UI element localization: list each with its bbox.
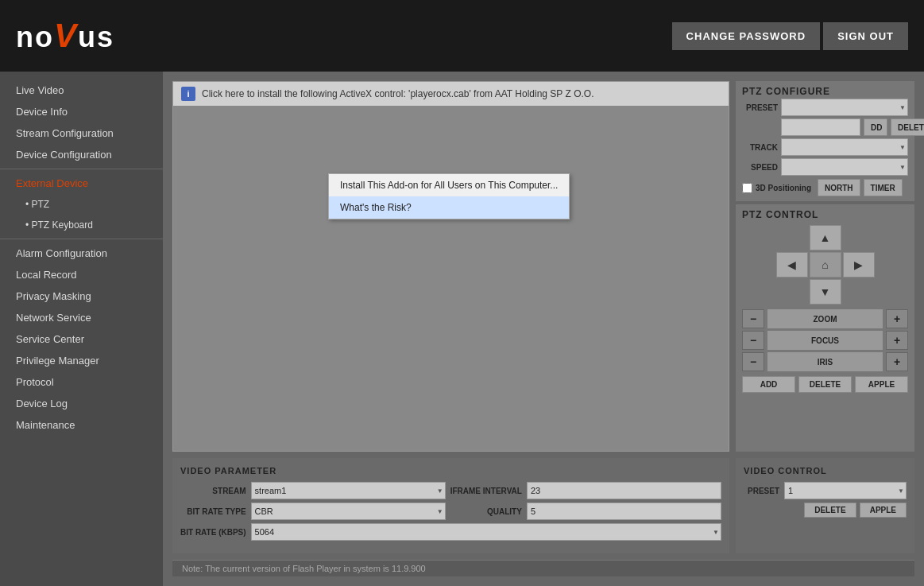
ptz-speed-label: SPEED [742, 163, 778, 172]
stream-select-wrap: stream1 [251, 482, 446, 499]
ctx-item-risk[interactable]: What's the Risk? [329, 196, 569, 219]
ptz-ctrl-delete-button[interactable]: DELETE [798, 376, 852, 393]
ptz-ctrl-rows: − ZOOM + − FOCUS + − IRIS + [742, 309, 908, 371]
quality-label: QUALITY [450, 507, 522, 516]
quality-input[interactable] [527, 503, 721, 520]
sidebar-item-live-video[interactable]: Live Video [0, 80, 163, 101]
ptz-speed-select[interactable] [781, 158, 908, 176]
ptz-configure-title: PTZ CONFIGURE [742, 86, 908, 97]
ctrl-preset-select[interactable]: 1 [784, 482, 907, 499]
ptz-positioning-row: 3D Positioning NORTH TIMER [742, 179, 908, 196]
ptz-iris-minus[interactable]: − [742, 352, 764, 371]
change-password-button[interactable]: CHANGE PASSWORD [672, 22, 821, 50]
sidebar-item-local-record[interactable]: Local Record [0, 264, 163, 285]
top-row: i Click here to install the following Ac… [172, 81, 914, 452]
bitrate-select[interactable]: 5064 [251, 523, 721, 541]
ptz-speed-row: SPEED [742, 158, 908, 176]
ptz-zoom-minus[interactable]: − [742, 309, 764, 328]
ptz-configure-panel: PTZ CONFIGURE PRESET DD DELETE APPLE [736, 81, 914, 452]
video-panel: i Click here to install the following Ac… [172, 81, 729, 452]
ptz-arrow-right[interactable]: ▶ [843, 252, 875, 277]
ctx-item-install[interactable]: Install This Add-on for All Users on Thi… [329, 174, 569, 196]
ptz-focus-plus[interactable]: + [886, 331, 908, 350]
ptz-arrow-up[interactable]: ▲ [810, 225, 841, 250]
ptz-control-section: PTZ CONTROL ▲ ◀ ⌂ ▶ ▼ [736, 204, 914, 452]
ptz-arrow-empty-tl [776, 225, 808, 250]
ptz-delete-button[interactable]: DELETE [891, 118, 924, 136]
ctrl-preset-select-wrap: 1 [784, 482, 907, 499]
content: i Click here to install the following Ac… [163, 72, 924, 586]
sidebar-item-device-config[interactable]: Device Configuration [0, 144, 163, 165]
sidebar-item-device-info[interactable]: Device Info [0, 101, 163, 122]
ptz-arrows: ▲ ◀ ⌂ ▶ ▼ [742, 225, 908, 305]
sidebar: Live Video Device Info Stream Configurat… [0, 72, 163, 586]
ptz-track-select[interactable] [781, 138, 908, 156]
ptz-arrow-down[interactable]: ▼ [810, 279, 841, 305]
sidebar-divider-2 [0, 239, 163, 239]
ptz-track-select-wrap [781, 138, 908, 156]
video-control-panel: VIDEO CONTROL PRESET 1 DELETE APPLE [736, 458, 914, 553]
ptz-iris-label: IRIS [767, 352, 883, 371]
ptz-ctrl-apple-button[interactable]: APPLE [855, 376, 908, 393]
sidebar-item-stream-config[interactable]: Stream Configuration [0, 122, 163, 144]
iframe-input[interactable] [527, 482, 721, 499]
status-message: Note: The current version of Flash Playe… [182, 564, 426, 573]
ptz-ctrl-bottom-row: ADD DELETE APPLE [742, 376, 908, 393]
positioning-label: 3D Positioning [756, 184, 811, 192]
ctrl-delete-button[interactable]: DELETE [804, 503, 856, 518]
status-bar: Note: The current version of Flash Playe… [172, 560, 914, 576]
north-button[interactable]: NORTH [818, 179, 860, 196]
ptz-zoom-label: ZOOM [767, 309, 883, 328]
logo-no: no [16, 21, 54, 53]
ptz-zoom-plus[interactable]: + [886, 309, 908, 328]
sidebar-item-device-log[interactable]: Device Log [0, 393, 163, 414]
sidebar-item-privilege-manager[interactable]: Privilege Manager [0, 350, 163, 371]
ptz-iris-row: − IRIS + [742, 352, 908, 371]
ptz-dd-button[interactable]: DD [864, 118, 887, 136]
header-buttons: CHANGE PASSWORD SIGN OUT [672, 22, 908, 50]
ptz-focus-row: − FOCUS + [742, 331, 908, 350]
ptz-arrow-home[interactable]: ⌂ [810, 252, 841, 277]
ptz-focus-minus[interactable]: − [742, 331, 764, 350]
ptz-arrow-left[interactable]: ◀ [776, 252, 808, 277]
activex-bar[interactable]: i Click here to install the following Ac… [173, 82, 729, 106]
ptz-preset-input[interactable] [781, 118, 860, 136]
ptz-speed-select-wrap [781, 158, 908, 176]
ptz-preset-select-wrap [781, 99, 908, 116]
timer-button[interactable]: TIMER [864, 179, 903, 196]
bottom-row: VIDEO PARAMETER STREAM stream1 IFRAME IN… [172, 458, 914, 553]
sidebar-item-alarm-config[interactable]: Alarm Configuration [0, 243, 163, 264]
ptz-configure-section: PTZ CONFIGURE PRESET DD DELETE APPLE [736, 81, 914, 201]
ctrl-preset-label: PRESET [744, 487, 779, 495]
sidebar-item-network-service[interactable]: Network Service [0, 307, 163, 328]
sidebar-item-privacy-masking[interactable]: Privacy Masking [0, 285, 163, 307]
sidebar-item-external-device[interactable]: External Device [0, 173, 163, 194]
video-parameter-title: VIDEO PARAMETER [180, 466, 721, 475]
ptz-iris-plus[interactable]: + [886, 352, 908, 371]
sidebar-item-protocol[interactable]: Protocol [0, 371, 163, 393]
sidebar-item-service-center[interactable]: Service Center [0, 328, 163, 350]
sign-out-button[interactable]: SIGN OUT [823, 22, 908, 50]
context-menu: Install This Add-on for All Users on Thi… [328, 173, 570, 219]
ptz-arrow-empty-br [843, 279, 875, 305]
stream-select[interactable]: stream1 [251, 482, 446, 499]
sidebar-item-ptz-keyboard[interactable]: • PTZ Keyboard [0, 215, 163, 235]
positioning-checkbox[interactable] [742, 183, 752, 193]
stream-label: STREAM [180, 487, 246, 495]
ptz-preset-btn-row: DD DELETE APPLE [781, 118, 908, 136]
ptz-preset-row: PRESET [742, 99, 908, 116]
bitrate-type-select-wrap: CBR [251, 503, 446, 520]
ptz-arrow-empty-tr [843, 225, 875, 250]
ptz-ctrl-add-button[interactable]: ADD [742, 376, 795, 393]
ptz-preset-select[interactable] [781, 99, 908, 116]
activex-icon: i [181, 87, 195, 101]
sidebar-item-maintenance[interactable]: Maintenance [0, 414, 163, 436]
ctrl-apple-button[interactable]: APPLE [860, 503, 907, 518]
logo: noVus [16, 17, 114, 55]
bitrate-type-select[interactable]: CBR [251, 503, 446, 520]
main: Live Video Device Info Stream Configurat… [0, 72, 924, 586]
sidebar-item-ptz[interactable]: • PTZ [0, 194, 163, 215]
bitrate-type-label: BIT RATE TYPE [180, 507, 246, 516]
logo-us: us [78, 21, 114, 53]
video-parameter-panel: VIDEO PARAMETER STREAM stream1 IFRAME IN… [172, 458, 729, 553]
